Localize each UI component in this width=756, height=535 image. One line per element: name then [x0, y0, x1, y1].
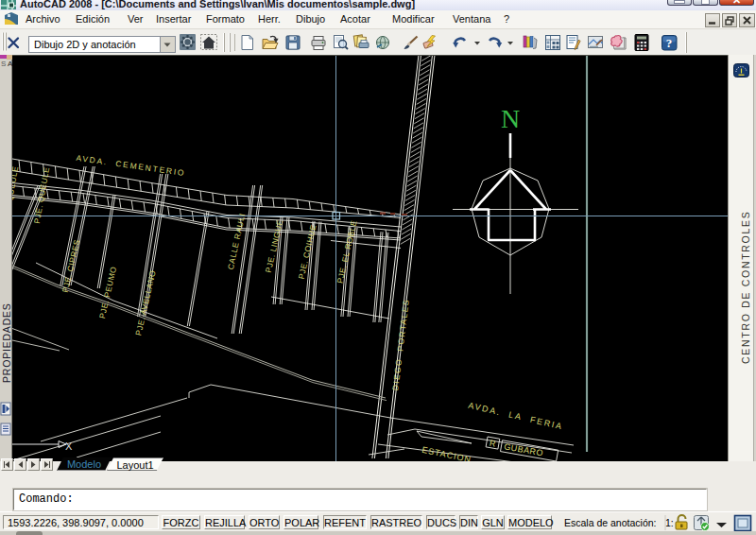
svg-text:PJE. AVELLANO: PJE. AVELLANO	[133, 269, 158, 337]
svg-text:PJE. CIPRES: PJE. CIPRES	[60, 238, 82, 293]
svg-text:DIEGO PORTALES: DIEGO PORTALES	[390, 299, 411, 391]
svg-text:N: N	[501, 104, 520, 133]
svg-text:PROPIEDADES: PROPIEDADES	[1, 302, 12, 383]
svg-text:PJE. QUEULE: PJE. QUEULE	[12, 165, 20, 224]
svg-text:CENTRO DE CONTROLES: CENTRO DE CONTROLES	[740, 211, 751, 364]
svg-text:R: R	[489, 439, 497, 449]
svg-text:X: X	[65, 440, 73, 452]
svg-text:PJE. LINGUE: PJE. LINGUE	[264, 218, 285, 273]
svg-text:ESTACION: ESTACION	[421, 445, 472, 461]
svg-text:AVDA. LA FERIA: AVDA. LA FERIA	[468, 401, 564, 432]
svg-text:?: ?	[666, 36, 673, 50]
